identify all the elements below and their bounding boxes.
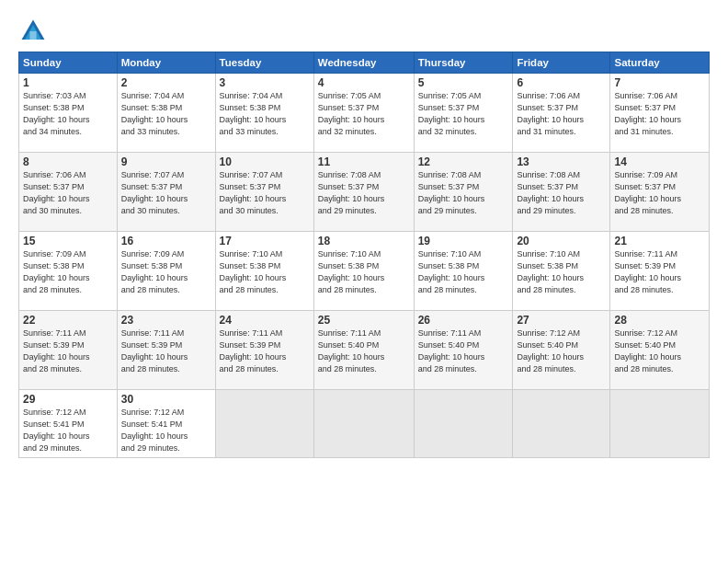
day-number: 11 bbox=[318, 155, 410, 168]
calendar-cell: 16Sunrise: 7:09 AM Sunset: 5:38 PM Dayli… bbox=[117, 232, 215, 311]
calendar-cell: 1Sunrise: 7:03 AM Sunset: 5:38 PM Daylig… bbox=[19, 74, 118, 153]
day-info: Sunrise: 7:07 AM Sunset: 5:37 PM Dayligh… bbox=[121, 169, 211, 217]
svg-rect-2 bbox=[29, 31, 36, 40]
calendar-cell bbox=[513, 390, 610, 458]
day-info: Sunrise: 7:06 AM Sunset: 5:37 PM Dayligh… bbox=[517, 90, 606, 138]
calendar-header-thursday: Thursday bbox=[414, 52, 513, 74]
day-number: 14 bbox=[614, 155, 705, 168]
calendar-cell: 5Sunrise: 7:05 AM Sunset: 5:37 PM Daylig… bbox=[414, 74, 513, 153]
calendar-cell: 22Sunrise: 7:11 AM Sunset: 5:39 PM Dayli… bbox=[19, 311, 118, 390]
day-number: 23 bbox=[121, 314, 211, 327]
calendar-cell: 26Sunrise: 7:11 AM Sunset: 5:40 PM Dayli… bbox=[414, 311, 513, 390]
day-info: Sunrise: 7:03 AM Sunset: 5:38 PM Dayligh… bbox=[23, 90, 113, 138]
page: SundayMondayTuesdayWednesdayThursdayFrid… bbox=[0, 0, 728, 563]
calendar-cell bbox=[414, 390, 513, 458]
day-info: Sunrise: 7:10 AM Sunset: 5:38 PM Dayligh… bbox=[517, 248, 606, 296]
day-info: Sunrise: 7:11 AM Sunset: 5:40 PM Dayligh… bbox=[318, 327, 410, 375]
calendar-cell: 15Sunrise: 7:09 AM Sunset: 5:38 PM Dayli… bbox=[19, 232, 118, 311]
day-number: 28 bbox=[614, 314, 705, 327]
day-number: 19 bbox=[418, 235, 509, 247]
header bbox=[18, 17, 710, 46]
logo-icon bbox=[18, 17, 48, 46]
day-number: 18 bbox=[318, 235, 410, 247]
day-number: 17 bbox=[220, 235, 310, 247]
calendar-header-wednesday: Wednesday bbox=[313, 52, 414, 74]
calendar-cell bbox=[313, 390, 414, 458]
day-info: Sunrise: 7:12 AM Sunset: 5:40 PM Dayligh… bbox=[614, 327, 705, 375]
logo bbox=[18, 17, 51, 46]
day-info: Sunrise: 7:10 AM Sunset: 5:38 PM Dayligh… bbox=[318, 248, 410, 296]
day-info: Sunrise: 7:10 AM Sunset: 5:38 PM Dayligh… bbox=[418, 248, 509, 296]
day-info: Sunrise: 7:12 AM Sunset: 5:40 PM Dayligh… bbox=[517, 327, 606, 375]
day-info: Sunrise: 7:07 AM Sunset: 5:37 PM Dayligh… bbox=[220, 169, 310, 217]
calendar-cell bbox=[215, 390, 313, 458]
calendar-cell: 12Sunrise: 7:08 AM Sunset: 5:37 PM Dayli… bbox=[414, 153, 513, 232]
day-number: 26 bbox=[418, 314, 509, 327]
day-info: Sunrise: 7:04 AM Sunset: 5:38 PM Dayligh… bbox=[220, 90, 310, 138]
day-info: Sunrise: 7:11 AM Sunset: 5:39 PM Dayligh… bbox=[220, 327, 310, 375]
calendar-cell: 4Sunrise: 7:05 AM Sunset: 5:37 PM Daylig… bbox=[313, 74, 414, 153]
calendar-header-tuesday: Tuesday bbox=[215, 52, 313, 74]
day-number: 9 bbox=[121, 155, 211, 168]
calendar-cell: 8Sunrise: 7:06 AM Sunset: 5:37 PM Daylig… bbox=[19, 153, 118, 232]
day-info: Sunrise: 7:09 AM Sunset: 5:38 PM Dayligh… bbox=[23, 248, 113, 296]
calendar-cell: 14Sunrise: 7:09 AM Sunset: 5:37 PM Dayli… bbox=[610, 153, 710, 232]
day-info: Sunrise: 7:06 AM Sunset: 5:37 PM Dayligh… bbox=[614, 90, 705, 138]
day-number: 8 bbox=[23, 155, 113, 168]
day-number: 29 bbox=[23, 393, 113, 406]
day-info: Sunrise: 7:12 AM Sunset: 5:41 PM Dayligh… bbox=[121, 407, 211, 454]
day-info: Sunrise: 7:11 AM Sunset: 5:40 PM Dayligh… bbox=[418, 327, 509, 375]
calendar-cell: 11Sunrise: 7:08 AM Sunset: 5:37 PM Dayli… bbox=[313, 153, 414, 232]
day-number: 27 bbox=[517, 314, 606, 327]
day-number: 20 bbox=[517, 235, 606, 247]
day-number: 13 bbox=[517, 155, 606, 168]
day-info: Sunrise: 7:11 AM Sunset: 5:39 PM Dayligh… bbox=[121, 327, 211, 375]
day-number: 22 bbox=[23, 314, 113, 327]
calendar-cell: 10Sunrise: 7:07 AM Sunset: 5:37 PM Dayli… bbox=[215, 153, 313, 232]
calendar-header-sunday: Sunday bbox=[19, 52, 118, 74]
day-info: Sunrise: 7:11 AM Sunset: 5:39 PM Dayligh… bbox=[614, 248, 705, 296]
calendar-cell: 29Sunrise: 7:12 AM Sunset: 5:41 PM Dayli… bbox=[19, 390, 118, 458]
calendar-cell: 13Sunrise: 7:08 AM Sunset: 5:37 PM Dayli… bbox=[513, 153, 610, 232]
calendar-cell: 30Sunrise: 7:12 AM Sunset: 5:41 PM Dayli… bbox=[117, 390, 215, 458]
calendar-cell: 2Sunrise: 7:04 AM Sunset: 5:38 PM Daylig… bbox=[117, 74, 215, 153]
calendar-cell: 19Sunrise: 7:10 AM Sunset: 5:38 PM Dayli… bbox=[414, 232, 513, 311]
day-info: Sunrise: 7:09 AM Sunset: 5:38 PM Dayligh… bbox=[121, 248, 211, 296]
day-info: Sunrise: 7:10 AM Sunset: 5:38 PM Dayligh… bbox=[220, 248, 310, 296]
calendar-cell: 17Sunrise: 7:10 AM Sunset: 5:38 PM Dayli… bbox=[215, 232, 313, 311]
calendar-cell: 25Sunrise: 7:11 AM Sunset: 5:40 PM Dayli… bbox=[313, 311, 414, 390]
day-info: Sunrise: 7:04 AM Sunset: 5:38 PM Dayligh… bbox=[121, 90, 211, 138]
day-number: 30 bbox=[121, 393, 211, 406]
calendar-cell bbox=[610, 390, 710, 458]
calendar-header-monday: Monday bbox=[117, 52, 215, 74]
calendar-cell: 28Sunrise: 7:12 AM Sunset: 5:40 PM Dayli… bbox=[610, 311, 710, 390]
calendar-cell: 21Sunrise: 7:11 AM Sunset: 5:39 PM Dayli… bbox=[610, 232, 710, 311]
day-number: 16 bbox=[121, 235, 211, 247]
day-info: Sunrise: 7:11 AM Sunset: 5:39 PM Dayligh… bbox=[23, 327, 113, 375]
calendar-cell: 9Sunrise: 7:07 AM Sunset: 5:37 PM Daylig… bbox=[117, 153, 215, 232]
day-number: 1 bbox=[23, 76, 113, 89]
calendar-cell: 7Sunrise: 7:06 AM Sunset: 5:37 PM Daylig… bbox=[610, 74, 710, 153]
calendar-cell: 6Sunrise: 7:06 AM Sunset: 5:37 PM Daylig… bbox=[513, 74, 610, 153]
calendar-cell: 3Sunrise: 7:04 AM Sunset: 5:38 PM Daylig… bbox=[215, 74, 313, 153]
day-info: Sunrise: 7:09 AM Sunset: 5:37 PM Dayligh… bbox=[614, 169, 705, 217]
day-number: 5 bbox=[418, 76, 509, 89]
day-number: 12 bbox=[418, 155, 509, 168]
calendar-cell: 18Sunrise: 7:10 AM Sunset: 5:38 PM Dayli… bbox=[313, 232, 414, 311]
day-info: Sunrise: 7:06 AM Sunset: 5:37 PM Dayligh… bbox=[23, 169, 113, 217]
day-number: 3 bbox=[220, 76, 310, 89]
day-number: 6 bbox=[517, 76, 606, 89]
day-number: 4 bbox=[318, 76, 410, 89]
day-number: 25 bbox=[318, 314, 410, 327]
day-info: Sunrise: 7:05 AM Sunset: 5:37 PM Dayligh… bbox=[418, 90, 509, 138]
day-info: Sunrise: 7:08 AM Sunset: 5:37 PM Dayligh… bbox=[418, 169, 509, 217]
day-number: 10 bbox=[220, 155, 310, 168]
calendar-header-friday: Friday bbox=[513, 52, 610, 74]
day-number: 21 bbox=[614, 235, 705, 247]
day-number: 2 bbox=[121, 76, 211, 89]
day-number: 7 bbox=[614, 76, 705, 89]
calendar-header-saturday: Saturday bbox=[610, 52, 710, 74]
day-info: Sunrise: 7:05 AM Sunset: 5:37 PM Dayligh… bbox=[318, 90, 410, 138]
day-number: 24 bbox=[220, 314, 310, 327]
day-number: 15 bbox=[23, 235, 113, 247]
